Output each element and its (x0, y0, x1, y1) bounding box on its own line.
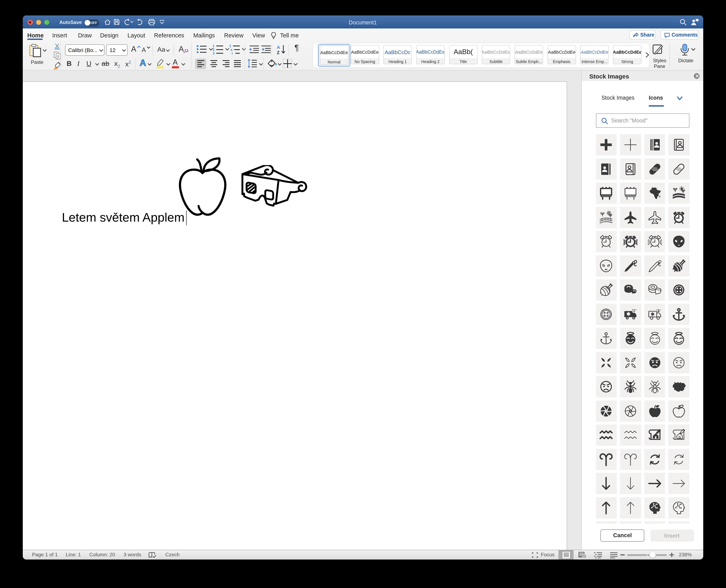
svg-text:A: A (277, 45, 280, 50)
svg-text:1: 1 (212, 44, 214, 48)
svg-text:Z: Z (277, 50, 279, 55)
svg-text:i: i (232, 51, 233, 55)
svg-text:a: a (230, 48, 232, 51)
svg-text:1: 1 (229, 44, 231, 48)
svg-text:2: 2 (212, 48, 214, 51)
svg-text:3: 3 (212, 51, 214, 55)
